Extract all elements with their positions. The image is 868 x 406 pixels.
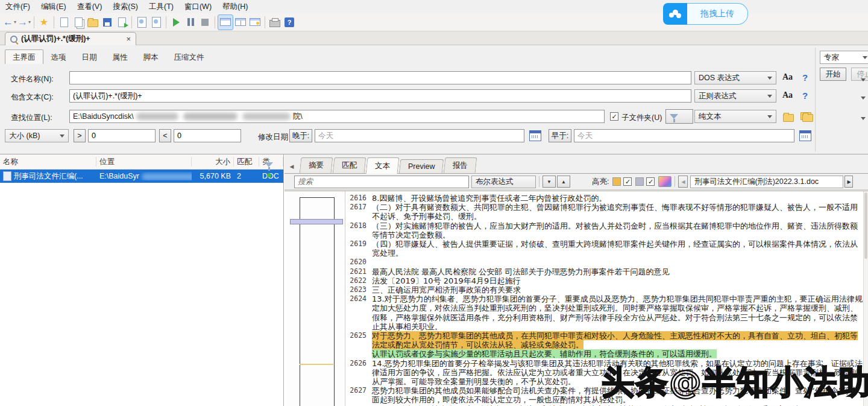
earlier-than-button[interactable]: 早于: (549, 129, 571, 142)
later-than-button[interactable]: 晚于: (289, 129, 312, 142)
find-previous-button[interactable]: ▲ (557, 176, 570, 188)
highlight-orange-checkbox[interactable]: ✓ (623, 177, 632, 186)
start-button[interactable]: 开始 (820, 68, 846, 81)
filename-mode-select[interactable]: DOS 表达式 (694, 71, 776, 84)
find-next-button[interactable]: ▼ (542, 176, 556, 188)
search-tab[interactable]: (认罪认罚)+.*(缓刑)+ × (5, 32, 136, 45)
menu-item[interactable]: 窗口(W) (179, 0, 217, 14)
filter-button[interactable] (665, 109, 693, 124)
text-line[interactable]: 2623三、正确运用宽严相济刑事政策的有关要求 (346, 285, 863, 294)
document-minimap[interactable] (287, 191, 345, 406)
help-question-icon[interactable]: ? (802, 90, 808, 101)
viewer-tab-Preview[interactable]: Preview (399, 159, 444, 173)
stop-search-button[interactable] (198, 15, 212, 30)
layout-horizontal-button[interactable] (233, 15, 248, 30)
results-column-header[interactable]: 大小 (192, 157, 234, 167)
preview-doc-button[interactable] (149, 15, 163, 30)
chevron-down-icon[interactable] (861, 78, 866, 84)
next-file-icon[interactable]: ▶ (844, 176, 853, 188)
save-button[interactable] (100, 15, 115, 30)
size-min-input[interactable] (88, 129, 156, 142)
criteria-tab-日期[interactable]: 日期 (74, 49, 105, 64)
close-tab-icon[interactable]: × (126, 34, 131, 43)
drag-upload-widget[interactable]: 拖拽上传 (663, 3, 748, 25)
report-button[interactable] (134, 15, 149, 30)
criteria-tab-压缩文件[interactable]: 压缩文件 (166, 49, 212, 64)
back-button[interactable]: ←▾ (2, 15, 17, 30)
match-case-toggle[interactable]: Aa (782, 72, 793, 82)
later-than-input[interactable] (315, 129, 524, 142)
size-less-button[interactable]: < (159, 129, 171, 142)
multi-folder-icon[interactable] (802, 114, 813, 122)
calendar-icon[interactable] (529, 130, 541, 141)
minimap-position-marker[interactable] (290, 219, 343, 224)
highlight-gray-swatch[interactable] (635, 177, 644, 186)
viewer-tab-摘要[interactable]: 摘要 (300, 157, 333, 173)
tab-scroll-left-icon[interactable]: ◀ (287, 161, 297, 172)
menu-item[interactable]: 编辑(E) (36, 0, 72, 14)
viewer-tab-文本[interactable]: 文本 (366, 157, 400, 174)
contains-mode-select[interactable]: 正则表达式 (694, 89, 776, 103)
start-search-button[interactable] (169, 15, 183, 30)
layout-report-button[interactable] (248, 15, 262, 30)
text-line[interactable]: 2621最高人民法院 最高人民检察院 公安部 司法部关于办理恶势力刑事案件若干问… (346, 267, 863, 276)
browse-folder-icon[interactable] (783, 114, 794, 122)
scrollbar-thumb[interactable] (864, 192, 867, 259)
results-column-header[interactable]: 位置 (96, 157, 192, 167)
contains-input[interactable] (69, 89, 691, 103)
help-question-icon[interactable]: ? (802, 72, 808, 83)
open-button[interactable] (86, 15, 100, 30)
menu-item[interactable]: 文件(F) (0, 0, 36, 14)
copy-button[interactable] (71, 15, 86, 30)
results-column-header[interactable]: 类 (259, 157, 283, 167)
size-unit-select[interactable]: 大小 (kB) (5, 129, 69, 142)
text-line[interactable]: 2617（二）对于具有赌资数额大、共同犯罪的主犯、曾因赌博犯罪行为被追究刑事责任… (346, 203, 863, 221)
filename-input[interactable] (69, 71, 691, 84)
highlight-orange-swatch[interactable] (612, 177, 621, 186)
text-line[interactable]: 2620 (346, 258, 863, 267)
forward-button[interactable]: →▾ (17, 15, 31, 30)
text-line[interactable]: 2618（三）对实施赌博犯罪的被告人，应当加大财产刑的适用。对被告人并处罚金时，… (346, 221, 863, 239)
highlight-palette-icon[interactable] (658, 176, 671, 187)
menu-item[interactable]: 查看(V) (72, 0, 108, 14)
match-case-toggle[interactable]: Aa (782, 90, 793, 100)
location-input[interactable]: E:\BaiduSyncdisk\ 院\ (69, 110, 605, 123)
new-search-button[interactable] (57, 15, 71, 30)
previous-file-icon[interactable]: ◀ (678, 176, 688, 188)
criteria-tab-选项[interactable]: 选项 (43, 49, 74, 64)
calendar-icon[interactable] (799, 130, 811, 141)
menu-item[interactable]: 工具(T) (143, 0, 179, 14)
menu-item[interactable]: 帮助(H) (217, 0, 253, 14)
criteria-tab-脚本[interactable]: 脚本 (136, 49, 166, 64)
drag-upload-label[interactable]: 拖拽上传 (687, 3, 748, 25)
favorites-button[interactable]: ★ (37, 15, 51, 30)
menu-item[interactable]: 搜索(S) (107, 0, 143, 14)
results-column-header[interactable]: 名称 (0, 157, 96, 167)
export-button[interactable] (115, 15, 129, 30)
profile-select[interactable]: 专家 (820, 51, 868, 64)
viewer-tab-报告[interactable]: 报告 (444, 157, 477, 173)
chevron-down-icon[interactable] (861, 97, 866, 102)
minimap-viewport[interactable] (300, 197, 335, 406)
table-row[interactable]: 刑事司法文件汇编(...E:\BaiduSyr5,670 KB2DOC (0, 170, 283, 183)
text-line[interactable]: 2619（四）犯罪嫌疑人、被告人提供重要证据，对侦破、查明重大跨境赌博犯罪案件起… (346, 239, 863, 258)
criteria-tab-主界面[interactable]: 主界面 (5, 49, 43, 64)
text-line[interactable]: 26168.因赌博、开设赌场曾被追究刑事责任或者二年内曾被行政处罚的。 (346, 194, 863, 203)
viewer-search-input[interactable] (294, 176, 469, 188)
viewer-tab-匹配[interactable]: 匹配 (333, 157, 366, 173)
highlight-gray-checkbox[interactable]: ✓ (646, 177, 655, 186)
size-max-input[interactable] (174, 129, 241, 142)
size-greater-button[interactable]: > (74, 129, 86, 142)
forward-dropdown-icon[interactable]: ▾ (28, 19, 31, 25)
text-line[interactable]: 262413.对于恶势力的纠集者、恶势力犯罪集团的首要分子、重要成员以及恶势力、… (346, 294, 863, 331)
back-dropdown-icon[interactable]: ▾ (14, 19, 16, 25)
open-document-select[interactable]: 刑事司法文件汇编(刑法)2022.3.1.doc (690, 176, 843, 188)
layout-split-button[interactable] (218, 14, 233, 30)
results-column-header[interactable]: 匹配 (234, 157, 259, 167)
text-line[interactable]: 2625对于恶势力、恶势力犯罪集团的其他成员，在共同犯罪中罪责相对较小、人身危险… (346, 331, 863, 359)
earlier-than-input[interactable] (574, 129, 794, 142)
filetype-mode-select[interactable]: 纯文本 (694, 110, 776, 123)
filter-results-icon[interactable] (265, 162, 273, 176)
criteria-tab-属性[interactable]: 属性 (105, 49, 136, 64)
help-button[interactable]: ? (282, 15, 297, 30)
